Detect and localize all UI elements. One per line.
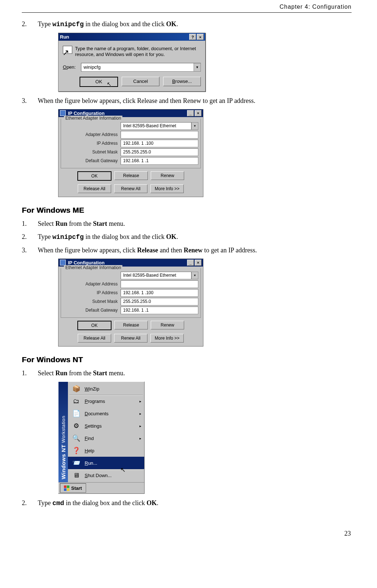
step-2: 2. Type winipcfg in the dialog box and t… xyxy=(22,19,352,29)
start-menu-item[interactable]: ⚙Settings▸ xyxy=(68,420,144,432)
me-step-3: 3. When the figure below appears, click … xyxy=(22,245,352,255)
minimize-icon[interactable]: _ xyxy=(187,260,194,266)
ip-address-field: 192.168. 1 .100 xyxy=(121,140,198,147)
menu-item-icon: 🖥 xyxy=(72,471,81,480)
close-icon[interactable]: × xyxy=(195,260,202,266)
start-label: Start xyxy=(71,485,82,491)
step-text: When the figure below appears, click Rel… xyxy=(38,96,352,105)
ipconfig-title-text: IP Configuration xyxy=(68,111,187,116)
menu-item-label: Find xyxy=(85,436,136,441)
page-header: Chapter 4: Configuration xyxy=(22,4,352,13)
bold-text: Renew xyxy=(184,247,203,254)
nt-step-2: 2. Type cmd in the dialog box and the cl… xyxy=(22,498,352,508)
cursor-icon: ↖ xyxy=(120,466,126,474)
start-menu-item[interactable]: 🔍Find▸ xyxy=(68,432,144,444)
field-label: IP Address xyxy=(63,141,121,146)
start-menu-item[interactable]: 🗂Programs▸ xyxy=(68,395,144,407)
menu-item-icon: 🗂 xyxy=(72,397,81,405)
adapter-select[interactable]: Intel 82595-Based Ethernet xyxy=(121,122,191,130)
renew-button[interactable]: Renew xyxy=(151,171,184,180)
menu-item-icon: ⚙ xyxy=(72,421,81,430)
close-icon[interactable]: × xyxy=(195,110,202,116)
text-frag: in the dialog box and the click xyxy=(84,233,166,240)
help-icon[interactable]: ? xyxy=(189,34,196,40)
text-frag: When the figure below appears, click xyxy=(38,247,137,254)
run-title-text: Run xyxy=(60,34,189,40)
step-text: Type winipcfg in the dialog box and the … xyxy=(38,232,352,242)
heading-windows-me: For Windows ME xyxy=(22,206,352,215)
step-text: Select Run from the Start menu. xyxy=(38,219,352,228)
renew-all-button[interactable]: Renew All xyxy=(114,334,147,343)
bold-text: OK xyxy=(166,233,177,240)
ok-button[interactable]: OK xyxy=(77,171,112,181)
start-menu-item[interactable]: 📄Documents▸ xyxy=(68,407,144,420)
step-text: Type winipcfg in the dialog box and the … xyxy=(38,19,352,29)
cancel-button[interactable]: Cancel xyxy=(122,77,159,86)
step-number: 2. xyxy=(22,498,38,508)
gateway-field: 192.168. 1 .1 xyxy=(121,307,198,314)
ok-button[interactable]: OK↖ xyxy=(80,77,118,87)
subnet-mask-field: 255.255.255.0 xyxy=(121,148,198,156)
page-number: 23 xyxy=(22,530,352,537)
chevron-down-icon[interactable]: ▼ xyxy=(194,63,200,71)
run-app-icon: ↗ xyxy=(63,46,70,57)
adapter-select[interactable]: Intel 82595-Based Ethernet xyxy=(121,272,191,279)
field-label: Adapter Address xyxy=(63,281,121,287)
browse-button[interactable]: Browse... xyxy=(163,77,201,86)
ok-button[interactable]: OK xyxy=(77,321,112,330)
text-frag: . xyxy=(177,233,178,240)
menu-item-label: Run... xyxy=(85,460,141,466)
release-button[interactable]: Release xyxy=(114,171,148,180)
close-icon[interactable]: × xyxy=(197,34,204,40)
text-frag: Select xyxy=(38,369,55,377)
text-frag: . xyxy=(177,20,178,28)
bold-text: OK xyxy=(147,499,157,507)
windows-logo-icon xyxy=(64,485,69,491)
text-frag: Type xyxy=(38,20,52,28)
release-all-button[interactable]: Release All xyxy=(78,184,111,193)
cursor-icon: ↖ xyxy=(107,81,112,88)
adapter-group: Ethernet Adapter Information Intel 82595… xyxy=(61,268,201,318)
ipconfig-dialog-me: IP Configuration _ × Ethernet Adapter In… xyxy=(58,259,203,347)
chevron-down-icon[interactable]: ▼ xyxy=(191,272,198,279)
submenu-arrow-icon: ▸ xyxy=(139,424,141,428)
text-frag: . xyxy=(157,499,159,507)
field-label: Adapter Address xyxy=(63,132,121,137)
text-frag: Type xyxy=(38,499,52,507)
start-menu-item[interactable]: 📦WinZip xyxy=(68,383,144,395)
release-all-button[interactable]: Release All xyxy=(78,334,111,343)
field-label: Subnet Mask xyxy=(63,149,121,155)
menu-item-icon: 🔍 xyxy=(72,434,81,443)
text-frag: from the xyxy=(68,369,93,377)
start-menu-item[interactable]: 📨Run... xyxy=(68,457,144,469)
chevron-down-icon[interactable]: ▼ xyxy=(191,122,198,130)
menu-item-icon: 📦 xyxy=(72,384,81,393)
menu-item-label: Help xyxy=(85,448,141,453)
bold-text: OK xyxy=(166,20,177,28)
release-button[interactable]: Release xyxy=(114,321,148,329)
start-menu-item[interactable]: ❓Help xyxy=(68,444,144,457)
minimize-icon[interactable]: _ xyxy=(187,110,194,116)
open-combo[interactable]: ▼ xyxy=(81,63,201,72)
submenu-arrow-icon: ▸ xyxy=(139,436,141,440)
start-menu: Windows NT Workstation 📦WinZip🗂Programs▸… xyxy=(58,381,145,494)
menu-item-label: Programs xyxy=(85,399,136,404)
start-menu-item[interactable]: 🖥Shut Down... xyxy=(68,469,144,481)
banner-text: Windows NT xyxy=(60,444,66,479)
renew-all-button[interactable]: Renew All xyxy=(114,184,147,193)
more-info-button[interactable]: More Info >> xyxy=(150,334,184,343)
text-frag: in the dialog box and the click xyxy=(84,20,166,28)
ipconfig-dialog: IP Configuration _ × Ethernet Adapter In… xyxy=(58,109,203,197)
bold-text: Run xyxy=(55,220,67,227)
submenu-arrow-icon: ▸ xyxy=(139,399,141,403)
step-number: 2. xyxy=(22,19,38,29)
renew-button[interactable]: Renew xyxy=(151,321,184,329)
open-label: Open: xyxy=(63,64,78,70)
start-button[interactable]: Start xyxy=(60,483,86,493)
more-info-button[interactable]: More Info >> xyxy=(150,184,184,193)
open-input[interactable] xyxy=(81,63,194,71)
start-menu-banner: Windows NT Workstation xyxy=(58,382,68,482)
step-text: Type cmd in the dialog box and the click… xyxy=(38,498,352,508)
run-titlebar: Run ? × xyxy=(58,33,205,41)
step-number: 3. xyxy=(22,96,38,105)
